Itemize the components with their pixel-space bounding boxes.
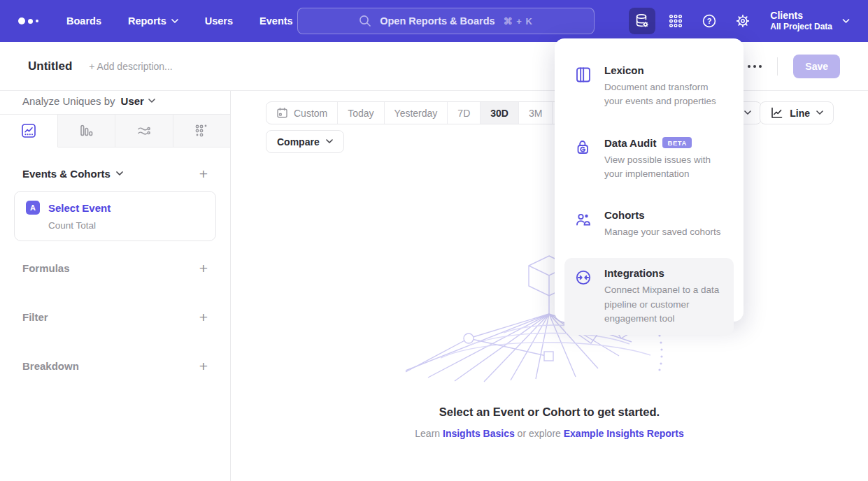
help-icon: ? — [702, 13, 717, 29]
chevron-down-icon — [744, 110, 751, 115]
search-icon — [359, 15, 371, 27]
event-card[interactable]: A Select Event Count Total — [14, 191, 216, 241]
chevron-down-icon — [171, 19, 178, 24]
project-scope: All Project Data — [770, 22, 832, 32]
menu-item-title: Data Audit — [604, 137, 656, 149]
bar-chart-icon — [78, 122, 94, 139]
data-management-button[interactable] — [629, 8, 655, 34]
divider — [777, 57, 778, 76]
add-event-button[interactable]: + — [199, 166, 208, 181]
tab-retention[interactable] — [173, 115, 231, 147]
tab-bar-chart[interactable] — [58, 115, 116, 147]
svg-text:?: ? — [707, 17, 712, 25]
add-filter-button[interactable]: + — [199, 310, 208, 324]
chevron-down-icon — [326, 139, 333, 144]
analyze-value: User — [121, 95, 144, 107]
menu-item-lexicon[interactable]: Lexicon Document and transform your even… — [564, 55, 734, 118]
report-title[interactable]: Untitled — [28, 59, 72, 73]
nav-events[interactable]: Events — [259, 15, 293, 27]
more-options-button[interactable] — [748, 65, 762, 68]
nav-users[interactable]: Users — [205, 15, 233, 27]
select-event-link[interactable]: Select Event — [48, 202, 111, 214]
compare-dropdown[interactable]: Compare — [266, 130, 344, 153]
event-aggregation[interactable]: Count Total — [48, 220, 204, 231]
data-audit-icon — [574, 137, 592, 182]
menu-item-integrations[interactable]: Integrations Connect Mixpanel to a data … — [564, 258, 734, 335]
nav-boards-label: Boards — [66, 15, 101, 27]
mixpanel-logo[interactable] — [18, 17, 38, 24]
menu-item-desc: Connect Mixpanel to a data pipeline or c… — [604, 283, 724, 326]
date-range-label: Yesterday — [394, 108, 438, 119]
add-description-field[interactable]: + Add description... — [89, 61, 172, 72]
analyze-by-dropdown[interactable]: User — [121, 95, 155, 107]
menu-item-title: Integrations — [604, 267, 724, 279]
chart-type-dropdown[interactable]: Line — [760, 101, 834, 124]
date-range-30d[interactable]: 30D — [481, 102, 519, 124]
add-formula-button[interactable]: + — [199, 261, 208, 275]
save-button[interactable]: Save — [793, 55, 840, 78]
date-range-3m[interactable]: 3M — [519, 102, 553, 124]
org-name: Clients — [770, 10, 832, 22]
chart-type-tabs — [0, 114, 230, 148]
event-letter-badge: A — [26, 201, 40, 215]
add-breakdown-button[interactable]: + — [199, 359, 208, 373]
menu-item-data-audit[interactable]: Data Audit BETA View possible issues wit… — [564, 128, 734, 191]
nav-reports[interactable]: Reports — [128, 15, 178, 27]
line-chart-icon — [770, 106, 783, 120]
date-range-today[interactable]: Today — [338, 102, 384, 124]
insights-basics-link[interactable]: Insights Basics — [443, 428, 515, 439]
analyze-uniques-row: Analyze Uniques by User — [0, 91, 230, 114]
beta-badge: BETA — [662, 137, 692, 148]
date-range-label: 3M — [529, 108, 542, 119]
events-cohorts-header: Events & Cohorts + — [0, 166, 230, 181]
menu-item-desc: View possible issues with your implement… — [604, 153, 724, 182]
filter-section: Filter + — [0, 308, 230, 325]
example-reports-link[interactable]: Example Insights Reports — [564, 428, 684, 439]
analyze-prefix: Analyze Uniques by — [22, 95, 115, 107]
project-selector[interactable]: Clients All Project Data — [770, 10, 850, 33]
chevron-down-icon — [816, 110, 823, 115]
tab-flow[interactable] — [115, 115, 173, 147]
data-management-menu: Lexicon Document and transform your even… — [555, 38, 744, 322]
formulas-label: Formulas — [22, 262, 70, 274]
date-range-yesterday[interactable]: Yesterday — [385, 102, 448, 124]
nav-reports-label: Reports — [128, 15, 166, 27]
chart-type-label: Line — [790, 108, 810, 119]
date-range-custom[interactable]: Custom — [266, 102, 338, 124]
empty-state-heading: Select an Event or Cohort to get started… — [231, 405, 868, 419]
topnav-right-group: ? Clients All Project Data — [629, 8, 850, 34]
breakdown-label: Breakdown — [22, 360, 79, 372]
date-range-7d[interactable]: 7D — [448, 102, 481, 124]
menu-item-desc: Document and transform your events and p… — [604, 80, 724, 109]
menu-item-desc: Manage your saved cohorts — [604, 225, 721, 239]
settings-button[interactable] — [730, 8, 756, 34]
filter-label: Filter — [22, 311, 48, 323]
apps-grid-icon — [668, 13, 683, 29]
apps-grid-button[interactable] — [662, 8, 689, 34]
date-range-label: 30D — [490, 108, 508, 119]
dot-grid-icon — [193, 122, 210, 139]
compare-label: Compare — [277, 136, 320, 148]
explore-middle: or explore — [515, 428, 564, 439]
menu-item-title: Cohorts — [604, 209, 721, 221]
lexicon-icon — [574, 64, 592, 109]
empty-state-subtext: Learn Insights Basics or explore Example… — [231, 428, 868, 439]
breakdown-section: Breakdown + — [0, 357, 230, 374]
date-range-label: 7D — [457, 108, 470, 119]
line-chart-icon — [20, 122, 37, 139]
events-cohorts-label[interactable]: Events & Cohorts — [22, 168, 111, 180]
flow-icon — [136, 122, 152, 139]
database-gear-icon — [634, 13, 650, 29]
chart-area: Custom Today Yesterday 7D 30D 3M 6M Comp… — [231, 91, 868, 481]
tab-insights-line[interactable] — [0, 115, 58, 148]
date-range-control: Custom Today Yesterday 7D 30D 3M 6M — [266, 101, 587, 124]
formulas-section: Formulas + — [0, 259, 230, 276]
nav-boards[interactable]: Boards — [66, 15, 101, 27]
learn-prefix: Learn — [415, 428, 443, 439]
integrations-icon — [574, 267, 592, 326]
menu-item-cohorts[interactable]: Cohorts Manage your saved cohorts — [564, 200, 734, 248]
settings-gear-icon — [735, 13, 750, 29]
global-search-input[interactable]: Open Reports & Boards ⌘ + K — [297, 8, 595, 34]
search-shortcut: ⌘ + K — [504, 16, 533, 27]
help-button[interactable]: ? — [696, 8, 723, 34]
